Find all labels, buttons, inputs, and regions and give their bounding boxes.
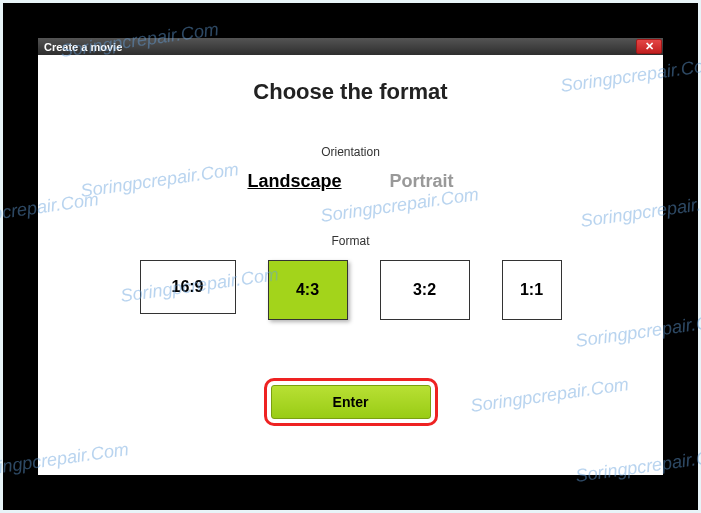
dialog-title: Create a movie <box>44 41 122 53</box>
format-options: 16:9 4:3 3:2 1:1 <box>140 260 562 320</box>
close-button[interactable]: ✕ <box>636 39 662 54</box>
format-4-3[interactable]: 4:3 <box>268 260 348 320</box>
orientation-landscape[interactable]: Landscape <box>247 171 341 192</box>
format-label: Format <box>331 234 369 248</box>
orientation-options: Landscape Portrait <box>247 171 453 192</box>
enter-button[interactable]: Enter <box>271 385 431 419</box>
format-3-2[interactable]: 3:2 <box>380 260 470 320</box>
create-movie-dialog: Create a movie ✕ Choose the format Orien… <box>38 38 663 475</box>
dialog-heading: Choose the format <box>253 79 447 105</box>
enter-highlight: Enter <box>264 378 438 426</box>
format-16-9[interactable]: 16:9 <box>140 260 236 314</box>
orientation-label: Orientation <box>321 145 380 159</box>
dialog-content: Choose the format Orientation Landscape … <box>38 55 663 475</box>
orientation-portrait[interactable]: Portrait <box>390 171 454 192</box>
dialog-titlebar: Create a movie ✕ <box>38 38 663 55</box>
format-1-1[interactable]: 1:1 <box>502 260 562 320</box>
close-icon: ✕ <box>645 41 654 52</box>
outer-frame: Create a movie ✕ Choose the format Orien… <box>3 3 698 510</box>
